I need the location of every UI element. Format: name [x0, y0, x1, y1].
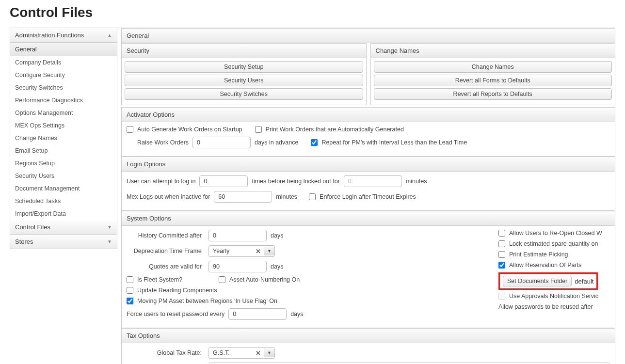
sidebar-section-label: Stores: [15, 238, 33, 245]
repeat-pm-checkbox[interactable]: [311, 139, 318, 146]
repeat-pm-label: Repeat for PM's with Interval Less than …: [321, 139, 467, 146]
depreciation-input[interactable]: [209, 246, 253, 256]
inactive-label: Mex Logs out when inactive for: [127, 193, 210, 200]
sidebar-section-control-files[interactable]: Control Files ▼: [10, 220, 117, 235]
set-documents-value: default: [575, 278, 593, 285]
print-estimate-label: Print Estimate Picking: [509, 251, 568, 258]
security-panel-header: Security: [121, 43, 367, 58]
sidebar-item-regions-setup[interactable]: Regions Setup: [10, 157, 117, 170]
tax-rate-label: Global Tax Rate:: [127, 349, 202, 356]
inactive-suffix: minutes: [276, 193, 297, 200]
asset-auto-checkbox[interactable]: [219, 276, 225, 283]
attempt-mid-label: times before being locked out for: [252, 178, 339, 185]
approvals-checkbox: [498, 293, 505, 300]
print-estimate-checkbox[interactable]: [498, 251, 505, 258]
fleet-label: Is Fleet System?: [137, 276, 215, 283]
dropdown-icon[interactable]: ▼: [264, 348, 274, 357]
lock-estimate-label: Lock estimated spare quantity on: [509, 240, 598, 247]
sidebar-item-import-export[interactable]: Import/Export Data: [10, 207, 117, 220]
system-panel-header: System Options: [121, 211, 615, 226]
quotes-label: Quotes are valid for: [127, 263, 202, 270]
allow-reservation-label: Allow Reservation Of Parts: [509, 262, 581, 269]
history-suffix: days: [271, 232, 283, 239]
sidebar-section-admin[interactable]: Administration Functions ▲: [10, 28, 117, 43]
allow-reservation-checkbox[interactable]: [498, 262, 505, 269]
attempt-input[interactable]: [199, 175, 248, 187]
sidebar-item-security-switches[interactable]: Security Switches: [10, 81, 117, 94]
allow-reopen-label: Allow Users to Re-Open Closed W: [509, 230, 602, 237]
quotes-input[interactable]: [208, 261, 267, 272]
allow-reopen-checkbox[interactable]: [498, 230, 505, 237]
main-content: General Security Security Setup Security…: [121, 28, 615, 364]
inactive-input[interactable]: [214, 191, 272, 203]
sidebar-item-company-details[interactable]: Company Details: [10, 56, 117, 69]
tax-panel-header: Tax Options: [121, 328, 615, 343]
quotes-suffix: days: [271, 263, 283, 270]
asset-auto-label: Asset Auto-Numbering On: [229, 276, 300, 283]
moving-pm-checkbox[interactable]: [127, 298, 133, 304]
fleet-checkbox[interactable]: [127, 276, 133, 283]
change-names-button[interactable]: Change Names: [374, 61, 612, 73]
revert-forms-button[interactable]: Revert all Forms to Defaults: [374, 75, 612, 86]
raise-wo-suffix: days in advance: [255, 139, 298, 146]
arrow-down-icon: ▼: [107, 224, 112, 230]
sidebar-item-configure-security[interactable]: Configure Security: [10, 69, 117, 81]
tax-rate-input[interactable]: [209, 348, 253, 358]
sidebar-section-stores[interactable]: Stores ▼: [10, 235, 117, 249]
activator-panel-header: Activator Options: [121, 107, 615, 122]
auto-generate-label: Auto Generate Work Orders on Startup: [137, 126, 242, 133]
enforce-login-label: Enforce Login after Timeout Expires: [320, 193, 416, 200]
set-documents-button[interactable]: Set Documents Folder: [503, 276, 572, 286]
update-reading-label: Update Reading Components: [137, 287, 217, 294]
enforce-login-checkbox[interactable]: [309, 193, 316, 200]
set-documents-highlight: Set Documents Folder default: [498, 272, 598, 290]
raise-wo-input[interactable]: [192, 137, 251, 148]
arrow-down-icon: ▼: [107, 239, 112, 244]
sidebar-item-scheduled-tasks[interactable]: Scheduled Tasks: [10, 195, 117, 207]
print-wo-label: Print Work Orders that are Automatically…: [266, 126, 404, 133]
sidebar-section-label: Administration Functions: [15, 32, 84, 39]
sidebar-item-security-users[interactable]: Security Users: [10, 170, 117, 182]
sidebar-section-label: Control Files: [15, 223, 50, 231]
lockout-suffix: minutes: [406, 178, 427, 185]
sidebar-item-email-setup[interactable]: Email Setup: [10, 144, 117, 157]
main-header: General: [121, 28, 615, 43]
sidebar: Administration Functions ▲ General Compa…: [10, 28, 117, 364]
history-label: History Committed after: [127, 232, 202, 239]
force-reset-input[interactable]: [228, 308, 287, 320]
sidebar-item-mex-ops[interactable]: MEX Ops Settings: [10, 119, 117, 132]
change-names-panel-header: Change Names: [370, 43, 616, 58]
tax-rate-combo[interactable]: ✕ ▼: [208, 347, 275, 359]
clear-icon[interactable]: ✕: [253, 349, 264, 357]
security-switches-button[interactable]: Security Switches: [125, 88, 363, 100]
print-wo-checkbox[interactable]: [255, 126, 262, 133]
lockout-input[interactable]: [344, 175, 402, 187]
page-title: Control Files: [10, 0, 615, 28]
sidebar-item-document-management[interactable]: Document Management: [10, 182, 117, 195]
attempt-label: User can attempt to log in: [127, 178, 195, 185]
sidebar-item-options-management[interactable]: Options Management: [10, 107, 117, 119]
login-panel-header: Login Options: [121, 157, 615, 172]
clear-icon[interactable]: ✕: [253, 248, 264, 255]
sidebar-item-performance-diagnostics[interactable]: Performance Diagnostics: [10, 94, 117, 107]
dropdown-icon[interactable]: ▼: [264, 247, 274, 255]
auto-generate-checkbox[interactable]: [127, 126, 133, 133]
sidebar-item-change-names[interactable]: Change Names: [10, 132, 117, 144]
security-users-button[interactable]: Security Users: [125, 75, 363, 86]
depreciation-label: Depreciation Time Frame: [127, 248, 202, 254]
reuse-label: Allow passwords to be reused after: [498, 303, 593, 310]
force-reset-label: Force users to reset password every: [127, 311, 224, 317]
revert-reports-button[interactable]: Revert all Reports to Defaults: [374, 88, 612, 100]
depreciation-combo[interactable]: ✕ ▼: [208, 245, 275, 257]
raise-wo-label: Raise Work Orders: [137, 139, 189, 146]
security-setup-button[interactable]: Security Setup: [125, 61, 363, 73]
moving-pm-label: Moving PM Asset between Regions 'In Use …: [137, 298, 277, 304]
sidebar-item-general[interactable]: General: [10, 43, 117, 56]
arrow-up-icon: ▲: [107, 32, 112, 38]
update-reading-checkbox[interactable]: [127, 287, 133, 294]
force-reset-suffix: days: [290, 311, 303, 317]
approvals-label: Use Approvals Notification Servic: [509, 293, 598, 300]
history-input[interactable]: [208, 230, 267, 241]
lock-estimate-checkbox[interactable]: [498, 240, 505, 247]
